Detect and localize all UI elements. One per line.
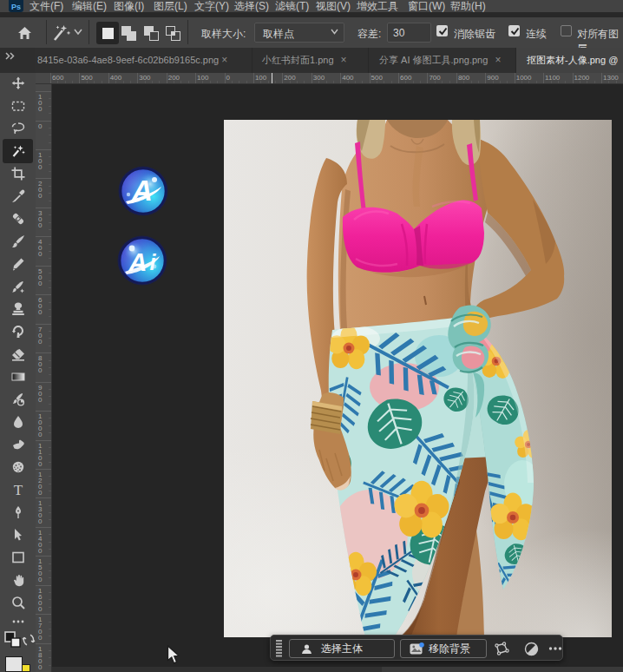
- svg-text:T: T: [14, 483, 23, 497]
- svg-text:Ps: Ps: [11, 3, 21, 11]
